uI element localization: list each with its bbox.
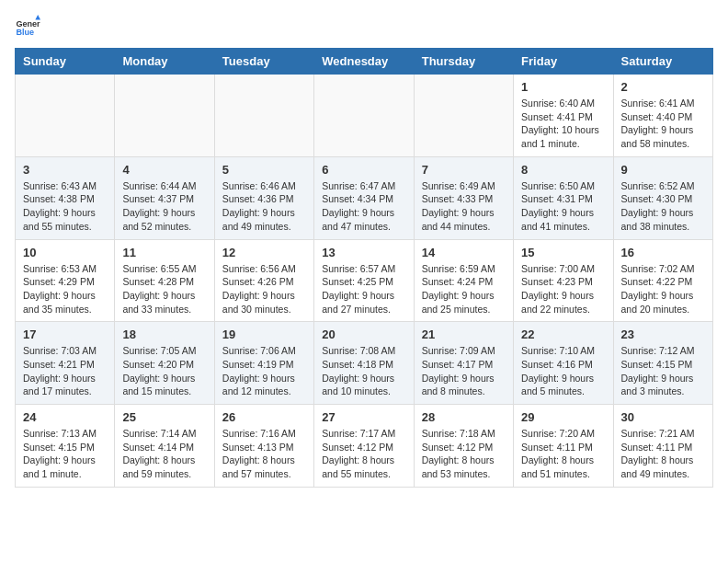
day-number: 2 [621, 80, 705, 94]
calendar-cell: 9Sunrise: 6:52 AM Sunset: 4:30 PM Daylig… [613, 156, 712, 239]
day-info: Sunrise: 6:59 AM Sunset: 4:24 PM Dayligh… [422, 262, 506, 316]
day-number: 11 [122, 246, 206, 259]
day-number: 20 [322, 327, 405, 341]
calendar-cell: 2Sunrise: 6:41 AM Sunset: 4:40 PM Daylig… [613, 75, 712, 157]
day-number: 7 [422, 163, 506, 177]
day-info: Sunrise: 7:08 AM Sunset: 4:18 PM Dayligh… [322, 344, 405, 398]
day-info: Sunrise: 6:56 AM Sunset: 4:26 PM Dayligh… [222, 262, 306, 316]
calendar-cell: 12Sunrise: 6:56 AM Sunset: 4:26 PM Dayli… [214, 239, 313, 322]
day-number: 22 [521, 327, 605, 341]
calendar-cell [214, 75, 313, 157]
day-info: Sunrise: 6:46 AM Sunset: 4:36 PM Dayligh… [222, 179, 306, 234]
day-number: 9 [621, 163, 705, 177]
day-info: Sunrise: 7:02 AM Sunset: 4:22 PM Dayligh… [621, 262, 705, 316]
weekday-header-sunday: Sunday [16, 49, 115, 75]
day-number: 14 [422, 246, 506, 259]
day-number: 5 [222, 163, 306, 177]
day-number: 23 [621, 327, 705, 341]
calendar-cell: 3Sunrise: 6:43 AM Sunset: 4:38 PM Daylig… [16, 156, 115, 239]
logo: General Blue [15, 15, 44, 40]
day-number: 17 [23, 327, 107, 341]
day-info: Sunrise: 7:18 AM Sunset: 4:12 PM Dayligh… [422, 427, 506, 481]
day-info: Sunrise: 6:47 AM Sunset: 4:34 PM Dayligh… [322, 179, 405, 234]
day-info: Sunrise: 7:12 AM Sunset: 4:15 PM Dayligh… [621, 344, 705, 398]
day-info: Sunrise: 7:03 AM Sunset: 4:21 PM Dayligh… [23, 344, 107, 398]
day-number: 3 [23, 163, 107, 177]
day-number: 28 [422, 410, 506, 424]
calendar-cell: 24Sunrise: 7:13 AM Sunset: 4:15 PM Dayli… [16, 405, 115, 488]
day-number: 21 [422, 327, 506, 341]
calendar-week-row: 24Sunrise: 7:13 AM Sunset: 4:15 PM Dayli… [16, 405, 713, 488]
day-info: Sunrise: 6:57 AM Sunset: 4:25 PM Dayligh… [322, 262, 405, 316]
calendar-cell: 13Sunrise: 6:57 AM Sunset: 4:25 PM Dayli… [314, 239, 414, 322]
day-info: Sunrise: 6:52 AM Sunset: 4:30 PM Dayligh… [621, 179, 705, 234]
day-number: 13 [322, 246, 405, 259]
day-info: Sunrise: 7:09 AM Sunset: 4:17 PM Dayligh… [422, 344, 506, 398]
calendar-cell: 17Sunrise: 7:03 AM Sunset: 4:21 PM Dayli… [16, 322, 115, 405]
day-number: 27 [322, 410, 405, 424]
day-number: 24 [23, 410, 107, 424]
weekday-header-thursday: Thursday [414, 49, 513, 75]
day-number: 18 [122, 327, 206, 341]
calendar-cell: 23Sunrise: 7:12 AM Sunset: 4:15 PM Dayli… [613, 322, 712, 405]
day-info: Sunrise: 7:16 AM Sunset: 4:13 PM Dayligh… [222, 427, 306, 481]
day-number: 29 [521, 410, 605, 424]
header: General Blue [15, 15, 713, 40]
calendar-week-row: 1Sunrise: 6:40 AM Sunset: 4:41 PM Daylig… [16, 75, 713, 157]
calendar-cell: 14Sunrise: 6:59 AM Sunset: 4:24 PM Dayli… [414, 239, 513, 322]
calendar-cell: 29Sunrise: 7:20 AM Sunset: 4:11 PM Dayli… [514, 405, 613, 488]
calendar-cell: 1Sunrise: 6:40 AM Sunset: 4:41 PM Daylig… [514, 75, 613, 157]
calendar-cell: 6Sunrise: 6:47 AM Sunset: 4:34 PM Daylig… [314, 156, 414, 239]
calendar-cell: 8Sunrise: 6:50 AM Sunset: 4:31 PM Daylig… [514, 156, 613, 239]
day-number: 6 [322, 163, 405, 177]
svg-marker-2 [35, 15, 40, 20]
day-number: 16 [621, 246, 705, 259]
calendar-cell: 30Sunrise: 7:21 AM Sunset: 4:11 PM Dayli… [613, 405, 712, 488]
weekday-header-tuesday: Tuesday [214, 49, 313, 75]
calendar-cell: 10Sunrise: 6:53 AM Sunset: 4:29 PM Dayli… [16, 239, 115, 322]
calendar-cell: 18Sunrise: 7:05 AM Sunset: 4:20 PM Dayli… [115, 322, 214, 405]
day-info: Sunrise: 6:44 AM Sunset: 4:37 PM Dayligh… [122, 179, 206, 234]
day-number: 10 [23, 246, 107, 259]
day-info: Sunrise: 6:49 AM Sunset: 4:33 PM Dayligh… [422, 179, 506, 234]
calendar-cell: 21Sunrise: 7:09 AM Sunset: 4:17 PM Dayli… [414, 322, 513, 405]
day-number: 15 [521, 246, 605, 259]
day-info: Sunrise: 7:05 AM Sunset: 4:20 PM Dayligh… [122, 344, 206, 398]
calendar-cell: 15Sunrise: 7:00 AM Sunset: 4:23 PM Dayli… [514, 239, 613, 322]
weekday-header-row: SundayMondayTuesdayWednesdayThursdayFrid… [16, 49, 713, 75]
day-number: 4 [122, 163, 206, 177]
calendar-cell: 11Sunrise: 6:55 AM Sunset: 4:28 PM Dayli… [115, 239, 214, 322]
calendar-cell: 25Sunrise: 7:14 AM Sunset: 4:14 PM Dayli… [115, 405, 214, 488]
calendar-cell: 20Sunrise: 7:08 AM Sunset: 4:18 PM Dayli… [314, 322, 414, 405]
day-number: 26 [222, 410, 306, 424]
weekday-header-monday: Monday [115, 49, 214, 75]
calendar-table: SundayMondayTuesdayWednesdayThursdayFrid… [15, 48, 713, 488]
calendar-body: 1Sunrise: 6:40 AM Sunset: 4:41 PM Daylig… [16, 75, 713, 488]
day-number: 12 [222, 246, 306, 259]
calendar-week-row: 10Sunrise: 6:53 AM Sunset: 4:29 PM Dayli… [16, 239, 713, 322]
day-info: Sunrise: 6:43 AM Sunset: 4:38 PM Dayligh… [23, 179, 107, 234]
calendar-cell: 4Sunrise: 6:44 AM Sunset: 4:37 PM Daylig… [115, 156, 214, 239]
day-number: 25 [122, 410, 206, 424]
day-info: Sunrise: 7:20 AM Sunset: 4:11 PM Dayligh… [521, 427, 605, 481]
day-info: Sunrise: 7:17 AM Sunset: 4:12 PM Dayligh… [322, 427, 405, 481]
calendar-cell: 26Sunrise: 7:16 AM Sunset: 4:13 PM Dayli… [214, 405, 313, 488]
calendar-cell [16, 75, 115, 157]
weekday-header-wednesday: Wednesday [314, 49, 414, 75]
day-info: Sunrise: 7:10 AM Sunset: 4:16 PM Dayligh… [521, 344, 605, 398]
svg-text:General: General [16, 19, 40, 29]
weekday-header-saturday: Saturday [613, 49, 712, 75]
calendar-cell: 27Sunrise: 7:17 AM Sunset: 4:12 PM Dayli… [314, 405, 414, 488]
day-info: Sunrise: 7:21 AM Sunset: 4:11 PM Dayligh… [621, 427, 705, 481]
day-info: Sunrise: 7:14 AM Sunset: 4:14 PM Dayligh… [122, 427, 206, 481]
day-info: Sunrise: 7:06 AM Sunset: 4:19 PM Dayligh… [222, 344, 306, 398]
calendar-cell [414, 75, 513, 157]
calendar-cell: 5Sunrise: 6:46 AM Sunset: 4:36 PM Daylig… [214, 156, 313, 239]
calendar-cell: 28Sunrise: 7:18 AM Sunset: 4:12 PM Dayli… [414, 405, 513, 488]
day-info: Sunrise: 7:00 AM Sunset: 4:23 PM Dayligh… [521, 262, 605, 316]
calendar-week-row: 3Sunrise: 6:43 AM Sunset: 4:38 PM Daylig… [16, 156, 713, 239]
day-info: Sunrise: 6:40 AM Sunset: 4:41 PM Dayligh… [521, 97, 605, 151]
weekday-header-friday: Friday [514, 49, 613, 75]
calendar-cell: 16Sunrise: 7:02 AM Sunset: 4:22 PM Dayli… [613, 239, 712, 322]
day-number: 8 [521, 163, 605, 177]
